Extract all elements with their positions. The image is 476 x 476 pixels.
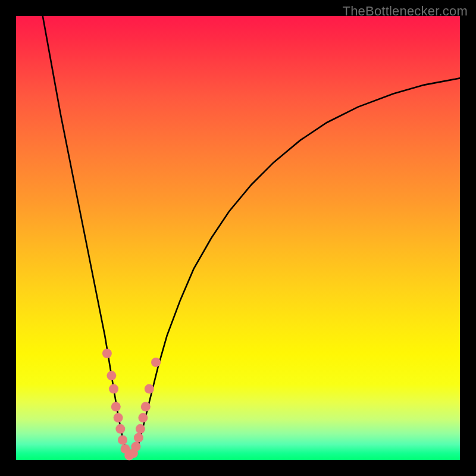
chart-frame: TheBottlenecker.com xyxy=(0,0,476,476)
watermark-text: TheBottlenecker.com xyxy=(343,4,468,19)
bottleneck-curve xyxy=(43,16,460,458)
curve-dot xyxy=(138,413,148,422)
curve-dot xyxy=(114,413,123,422)
curve-dot xyxy=(115,424,125,434)
chart-svg xyxy=(16,16,460,460)
curve-dot xyxy=(151,358,161,367)
curve-dots xyxy=(102,349,161,461)
curve-dot xyxy=(118,435,127,444)
curve-dot xyxy=(109,384,118,394)
curve-dot xyxy=(134,433,143,443)
curve-dot xyxy=(107,371,116,380)
curve-dot xyxy=(102,349,112,358)
chart-plot-area xyxy=(16,16,460,460)
curve-dot xyxy=(111,402,121,412)
curve-dot xyxy=(141,402,151,412)
curve-dot xyxy=(145,384,154,394)
curve-dot xyxy=(136,424,145,434)
curve-dot xyxy=(131,442,140,452)
